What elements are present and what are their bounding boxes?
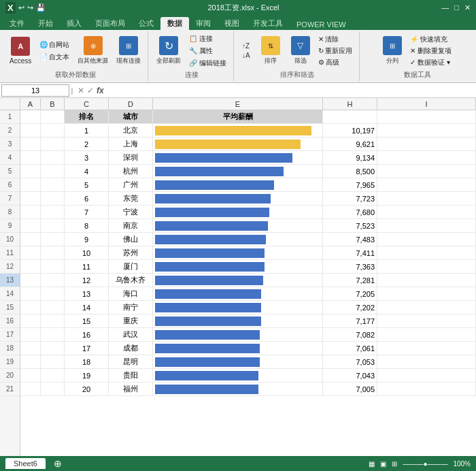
cell-bar-12[interactable] xyxy=(153,260,323,273)
col-header-d[interactable]: D xyxy=(109,98,153,110)
cell-a-19[interactable] xyxy=(20,355,41,368)
cell-bar-21[interactable] xyxy=(153,383,323,395)
col-header-c[interactable]: C xyxy=(65,98,109,110)
btn-clear[interactable]: ✕ 清除 xyxy=(316,34,356,45)
cell-salary-15[interactable]: 7,202 xyxy=(323,301,377,314)
tab-file[interactable]: 文件 xyxy=(3,17,31,30)
col-header-a[interactable]: A xyxy=(20,98,41,110)
btn-refresh-all[interactable]: ↻ 全部刷新 xyxy=(154,35,184,67)
cell-city-11[interactable]: 苏州 xyxy=(109,246,153,259)
cell-rank-7[interactable]: 6 xyxy=(65,192,109,205)
row-num-10[interactable]: 10 xyxy=(0,233,20,246)
cell-a-16[interactable] xyxy=(20,314,41,327)
col-header-h[interactable]: H xyxy=(323,98,377,110)
row-num-1[interactable]: 1 xyxy=(0,110,20,124)
btn-sort[interactable]: ⇅ 排序 xyxy=(258,35,283,67)
confirm-formula-icon[interactable]: ✓ xyxy=(87,86,94,95)
cell-i-17[interactable] xyxy=(377,328,476,341)
cell-b-13[interactable] xyxy=(41,274,65,287)
cell-bar-6[interactable] xyxy=(153,178,323,191)
cell-rank-16[interactable]: 15 xyxy=(65,314,109,327)
cell-i-3[interactable] xyxy=(377,137,476,150)
cell-city-9[interactable]: 南京 xyxy=(109,219,153,232)
cell-salary-10[interactable]: 7,483 xyxy=(323,233,377,246)
cell-b-6[interactable] xyxy=(41,178,65,191)
view-layout-icon[interactable]: ▣ xyxy=(380,460,386,468)
cell-i-18[interactable] xyxy=(377,342,476,355)
cell-city-16[interactable]: 重庆 xyxy=(109,314,153,327)
tab-insert[interactable]: 插入 xyxy=(60,17,88,30)
cell-i-21[interactable] xyxy=(377,383,476,395)
cell-a-7[interactable] xyxy=(20,192,41,205)
cell-city-header[interactable]: 城市 xyxy=(109,110,153,123)
btn-flash-fill[interactable]: ⚡ 快速填充 xyxy=(407,34,454,45)
cell-a-13[interactable] xyxy=(20,274,41,287)
tab-powerview[interactable]: POWER VIEW xyxy=(290,19,353,30)
cell-i-16[interactable] xyxy=(377,314,476,327)
sheet-tab[interactable]: Sheet6 xyxy=(5,458,46,469)
cell-city-18[interactable]: 成都 xyxy=(109,342,153,355)
row-num-3[interactable]: 3 xyxy=(0,137,20,151)
cell-i-14[interactable] xyxy=(377,287,476,300)
cell-a-11[interactable] xyxy=(20,246,41,259)
cell-bar-16[interactable] xyxy=(153,314,323,327)
btn-existing-connections[interactable]: ⊞ 现有连接 xyxy=(114,35,143,67)
cell-city-19[interactable]: 昆明 xyxy=(109,355,153,368)
tab-formula[interactable]: 公式 xyxy=(132,17,160,30)
row-num-21[interactable]: 21 xyxy=(0,383,20,396)
cell-bar-19[interactable] xyxy=(153,355,323,368)
cell-salary-18[interactable]: 7,061 xyxy=(323,342,377,355)
cell-rank-15[interactable]: 14 xyxy=(65,301,109,314)
row-num-6[interactable]: 6 xyxy=(0,178,20,192)
cell-salary-20[interactable]: 7,043 xyxy=(323,369,377,382)
cell-bar-9[interactable] xyxy=(153,219,323,232)
btn-edit-links[interactable]: 🔗 编辑链接 xyxy=(186,58,229,69)
cell-i-8[interactable] xyxy=(377,206,476,218)
cell-b-9[interactable] xyxy=(41,219,65,232)
cell-rank-20[interactable]: 19 xyxy=(65,369,109,382)
row-num-14[interactable]: 14 xyxy=(0,287,20,301)
cell-b-17[interactable] xyxy=(41,328,65,341)
cell-b-10[interactable] xyxy=(41,233,65,246)
cell-city-2[interactable]: 北京 xyxy=(109,124,153,137)
btn-advanced[interactable]: ⚙ 高级 xyxy=(316,57,356,68)
cell-a-4[interactable] xyxy=(20,151,41,164)
cell-bar-4[interactable] xyxy=(153,151,323,164)
row-num-12[interactable]: 12 xyxy=(0,260,20,274)
cell-a1[interactable] xyxy=(20,110,41,123)
cell-salary-6[interactable]: 7,965 xyxy=(323,178,377,191)
btn-filter[interactable]: ▽ 筛选 xyxy=(288,35,313,67)
cell-city-8[interactable]: 宁波 xyxy=(109,206,153,218)
cell-i-19[interactable] xyxy=(377,355,476,368)
cell-i-15[interactable] xyxy=(377,301,476,314)
cell-a-14[interactable] xyxy=(20,287,41,300)
view-normal-icon[interactable]: ▦ xyxy=(369,460,375,468)
cell-city-12[interactable]: 厦门 xyxy=(109,260,153,273)
cell-salary-8[interactable]: 7,680 xyxy=(323,206,377,218)
cell-salary-17[interactable]: 7,082 xyxy=(323,328,377,341)
cell-salary-12[interactable]: 7,363 xyxy=(323,260,377,273)
cell-bar-10[interactable] xyxy=(153,233,323,246)
cell-b-8[interactable] xyxy=(41,206,65,218)
cell-a-3[interactable] xyxy=(20,137,41,150)
btn-reapply[interactable]: ↻ 重新应用 xyxy=(316,46,356,56)
cell-i-6[interactable] xyxy=(377,178,476,191)
cell-a-18[interactable] xyxy=(20,342,41,355)
cell-city-10[interactable]: 佛山 xyxy=(109,233,153,246)
cell-rank-3[interactable]: 2 xyxy=(65,137,109,150)
col-header-e[interactable]: E xyxy=(153,98,323,110)
cell-b-21[interactable] xyxy=(41,383,65,395)
tab-home[interactable]: 开始 xyxy=(31,17,60,30)
tab-view[interactable]: 视图 xyxy=(218,17,246,30)
cell-salary-2[interactable]: 10,197 xyxy=(323,124,377,137)
cell-salary-13[interactable]: 7,281 xyxy=(323,274,377,287)
cell-b-16[interactable] xyxy=(41,314,65,327)
cell-rank-12[interactable]: 11 xyxy=(65,260,109,273)
cell-city-3[interactable]: 上海 xyxy=(109,137,153,150)
btn-website[interactable]: 🌐自网站 xyxy=(37,39,72,50)
cell-i-9[interactable] xyxy=(377,219,476,232)
col-header-b[interactable]: B xyxy=(41,98,65,110)
btn-split-column[interactable]: ⊞ 分列 xyxy=(380,35,405,67)
cell-b-12[interactable] xyxy=(41,260,65,273)
cell-rank-19[interactable]: 18 xyxy=(65,355,109,368)
